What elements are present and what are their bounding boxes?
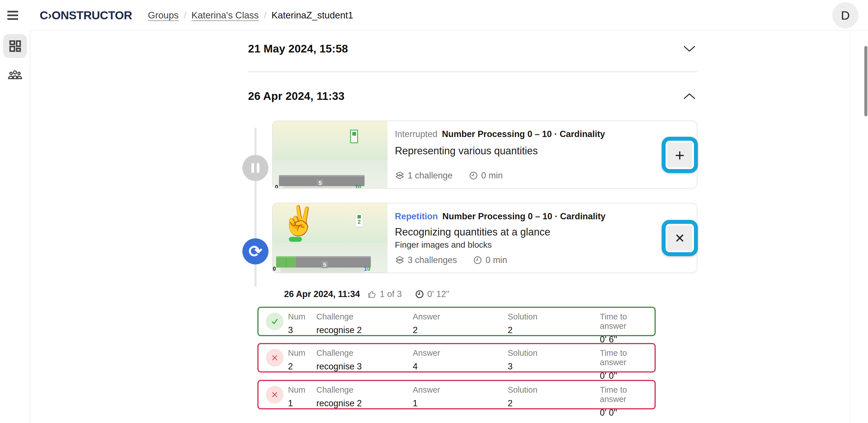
result-badge	[266, 386, 283, 403]
activity-thumbnail: ✌ 2 0 5 10	[273, 203, 388, 273]
sidebar-item-dashboard[interactable]	[3, 34, 27, 58]
breadcrumb: Groups / Katerina's Class / KaterinaZ_st…	[148, 10, 353, 21]
challenges-meta: 1 challenge	[395, 170, 453, 181]
check-icon	[271, 317, 279, 326]
header-divider	[30, 30, 868, 31]
col-label-answer: Answer	[413, 348, 508, 358]
chevron-up-icon	[683, 92, 696, 100]
layers-icon	[395, 171, 405, 180]
user-avatar[interactable]: D	[832, 2, 858, 28]
x-icon	[271, 354, 278, 361]
layers-icon	[395, 255, 405, 265]
solution-value: 2	[508, 325, 600, 335]
attempt-header: 26 Apr 2024, 11:34 1 of 3 0' 12''	[284, 288, 868, 301]
activity-course: Number Processing 0 – 10 · Cardinality	[442, 212, 606, 222]
col-label-challenge: Challenge	[316, 385, 413, 395]
num-value: 3	[288, 325, 316, 335]
repeat-badge: ⟳	[242, 238, 269, 264]
pause-badge	[242, 155, 269, 181]
hamburger-menu-button[interactable]	[7, 7, 23, 23]
session-timeline: ⟳ 0 5 10 Interrupted Number Processing 0…	[30, 120, 868, 273]
activity-status: Interrupted	[395, 129, 437, 139]
clock-icon	[415, 289, 424, 299]
col-label-time: Time to answer	[600, 312, 655, 331]
challenges-count: 3 challenges	[408, 255, 457, 265]
breadcrumb-current: KaterinaZ_student1	[272, 10, 353, 21]
scale-label-5: 5	[321, 261, 328, 268]
attempt-duration: 0' 12''	[415, 289, 449, 299]
attempt-duration-value: 0' 12''	[427, 289, 449, 299]
x-icon	[271, 391, 278, 398]
clock-icon	[469, 171, 478, 180]
main-content: 21 May 2024, 15:58 26 Apr 2024, 11:33	[30, 31, 868, 423]
scrollbar-thumb[interactable]	[864, 46, 867, 116]
add-button[interactable]: +	[667, 142, 692, 167]
sidebar	[0, 0, 30, 423]
session-header-collapsed[interactable]: 21 May 2024, 15:58	[248, 38, 698, 59]
col-label-answer: Answer	[413, 312, 508, 321]
attempt-score: 1 of 3	[367, 289, 402, 299]
time-value: 0' 6''	[600, 335, 655, 345]
solution-value: 2	[508, 398, 600, 408]
activity-details: Repetition Number Processing 0 – 10 · Ca…	[388, 203, 697, 273]
challenge-value: recognise 2	[316, 325, 413, 335]
duration-meta: 0 min	[469, 170, 503, 181]
activity-subtitle: Finger images and blocks	[395, 240, 697, 250]
bar-reflection	[281, 267, 366, 273]
clock-icon	[473, 255, 483, 265]
hamburger-icon	[7, 11, 18, 12]
col-label-answer: Answer	[413, 385, 508, 395]
activity-thumbnail: 0 5 10	[273, 121, 388, 188]
solution-value: 3	[508, 361, 600, 372]
col-label-solution: Solution	[508, 312, 600, 321]
activity-card-repetition[interactable]: ✌ 2 0 5 10 Repetition Number Processing …	[272, 203, 698, 273]
session-date: 26 Apr 2024, 11:33	[248, 90, 344, 103]
constructor-logo[interactable]: C›ONSTRUCTOR	[40, 9, 132, 22]
col-label-num: Num	[288, 385, 316, 395]
challenges-meta: 3 challenges	[395, 255, 457, 265]
result-badge	[266, 349, 283, 367]
activity-card-interrupted[interactable]: 0 5 10 Interrupted Number Processing 0 –…	[272, 120, 698, 189]
answer-value: 2	[413, 325, 508, 335]
num-value: 2	[288, 361, 316, 372]
col-label-num: Num	[288, 312, 316, 321]
col-label-challenge: Challenge	[316, 312, 413, 321]
result-row-incorrect: Num2 Challengerecognise 3 Answer4 Soluti…	[257, 343, 656, 372]
highlight-ring: +	[662, 137, 698, 173]
top-bar: C›ONSTRUCTOR Groups / Katerina's Class /…	[0, 0, 868, 31]
sidebar-item-groups[interactable]	[3, 63, 27, 87]
breadcrumb-link-class[interactable]: Katerina's Class	[191, 10, 258, 21]
victory-hand-icon: ✌	[281, 206, 317, 235]
scale-label-10: 10	[355, 184, 361, 188]
duration-value: 0 min	[481, 170, 503, 181]
dashboard-grid-icon	[8, 39, 22, 53]
col-label-time: Time to answer	[600, 348, 655, 367]
time-value: 0' 0''	[600, 371, 655, 381]
num-value: 1	[288, 398, 316, 408]
scale-label-0: 0	[273, 266, 276, 272]
col-label-challenge: Challenge	[316, 348, 413, 358]
session-divider	[248, 72, 698, 72]
col-label-solution: Solution	[508, 348, 600, 358]
chevron-down-icon	[683, 45, 696, 53]
close-button[interactable]: ✕	[667, 226, 692, 251]
col-label-time: Time to answer	[600, 385, 655, 404]
groups-icon	[8, 69, 22, 80]
bar-reflection	[283, 186, 360, 188]
breadcrumb-separator: /	[264, 10, 267, 21]
hand-cuff	[289, 237, 302, 242]
col-label-num: Num	[288, 348, 316, 358]
mini-number-card	[350, 130, 358, 143]
challenges-count: 1 challenge	[408, 170, 453, 181]
breadcrumb-link-groups[interactable]: Groups	[148, 10, 179, 21]
activity-status: Repetition	[395, 212, 438, 222]
session-date: 21 May 2024, 15:58	[248, 43, 348, 55]
green-blocks	[276, 256, 296, 267]
duration-value: 0 min	[486, 255, 507, 265]
repeat-icon: ⟳	[249, 243, 262, 260]
highlight-ring: ✕	[662, 220, 698, 256]
expand-session-button[interactable]	[681, 42, 698, 56]
scale-label-5: 5	[317, 179, 323, 187]
session-header-expanded[interactable]: 26 Apr 2024, 11:33	[248, 85, 698, 107]
collapse-session-button[interactable]	[681, 89, 698, 103]
